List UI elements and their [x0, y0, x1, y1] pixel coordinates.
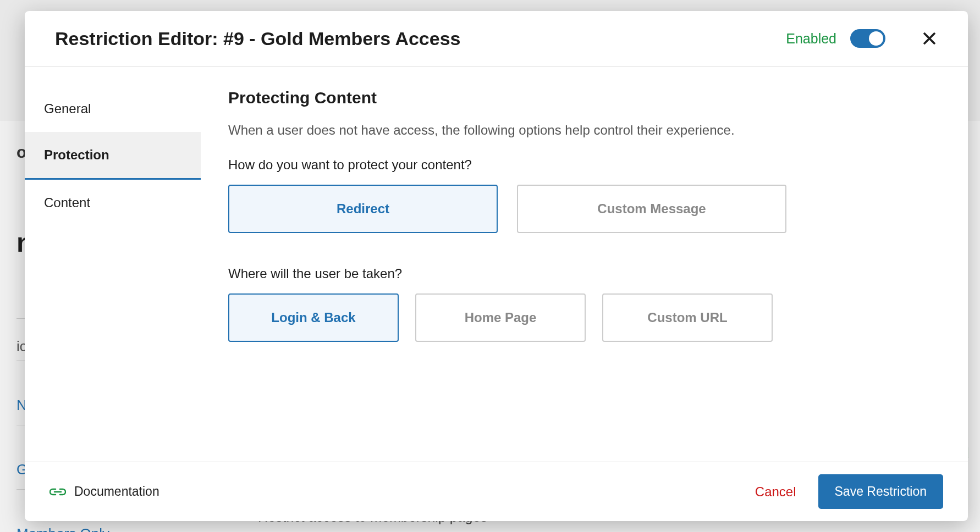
option-label: Home Page [465, 310, 537, 325]
sidebar-item-label: Protection [44, 147, 109, 162]
sidebar-item-content[interactable]: Content [25, 180, 201, 226]
sidebar: General Protection Content [25, 66, 201, 462]
option-label: Custom URL [647, 310, 727, 325]
sidebar-item-protection[interactable]: Protection [25, 132, 201, 180]
close-icon [921, 30, 938, 47]
redirect-target-label: Where will the user be taken? [228, 266, 940, 281]
restriction-editor-modal: Restriction Editor: #9 - Gold Members Ac… [25, 11, 968, 521]
option-label: Custom Message [597, 201, 706, 216]
sidebar-item-label: General [44, 101, 91, 116]
header-controls: Enabled [786, 27, 940, 49]
content-area: Protecting Content When a user does not … [201, 66, 968, 462]
modal-body: General Protection Content Protecting Co… [25, 66, 968, 462]
option-label: Redirect [337, 201, 389, 216]
option-login-back[interactable]: Login & Back [228, 293, 399, 342]
protect-method-options: Redirect Custom Message [228, 185, 940, 233]
toggle-knob [869, 31, 883, 46]
enabled-toggle[interactable] [850, 29, 885, 48]
cancel-button[interactable]: Cancel [755, 484, 796, 500]
close-button[interactable] [918, 27, 940, 49]
modal-header: Restriction Editor: #9 - Gold Members Ac… [25, 11, 968, 66]
option-custom-message[interactable]: Custom Message [517, 185, 786, 233]
enabled-label: Enabled [786, 31, 836, 47]
section-title: Protecting Content [228, 88, 940, 107]
option-home-page[interactable]: Home Page [415, 293, 586, 342]
option-custom-url[interactable]: Custom URL [602, 293, 773, 342]
option-redirect[interactable]: Redirect [228, 185, 498, 233]
protect-method-label: How do you want to protect your content? [228, 157, 940, 173]
section-subtitle: When a user does not have access, the fo… [228, 123, 940, 138]
save-restriction-button[interactable]: Save Restriction [818, 474, 943, 509]
footer-actions: Cancel Save Restriction [755, 474, 943, 509]
option-label: Login & Back [271, 310, 355, 325]
modal-footer: Documentation Cancel Save Restriction [25, 462, 968, 521]
modal-title: Restriction Editor: #9 - Gold Members Ac… [55, 28, 461, 49]
documentation-link[interactable]: Documentation [49, 484, 159, 499]
link-icon [49, 486, 66, 498]
redirect-target-options: Login & Back Home Page Custom URL [228, 293, 940, 342]
sidebar-item-general[interactable]: General [25, 86, 201, 132]
sidebar-item-label: Content [44, 195, 90, 210]
documentation-label: Documentation [74, 484, 159, 499]
